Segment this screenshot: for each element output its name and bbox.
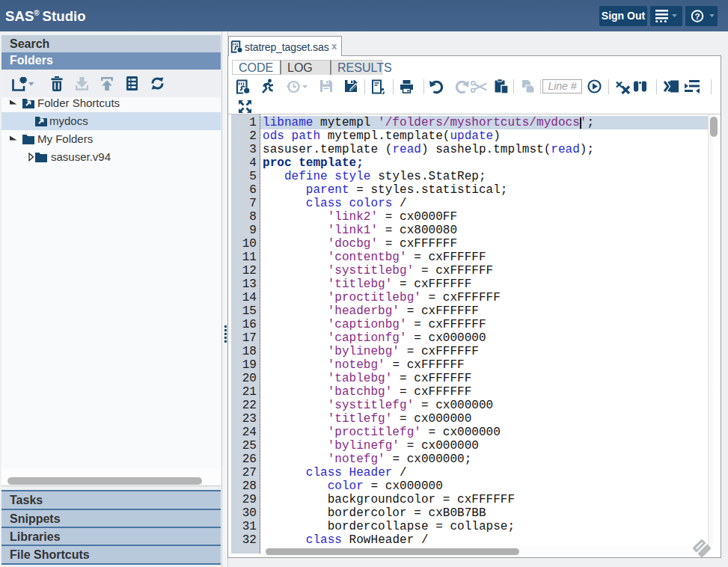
svg-text:?: ?: [694, 12, 700, 21]
